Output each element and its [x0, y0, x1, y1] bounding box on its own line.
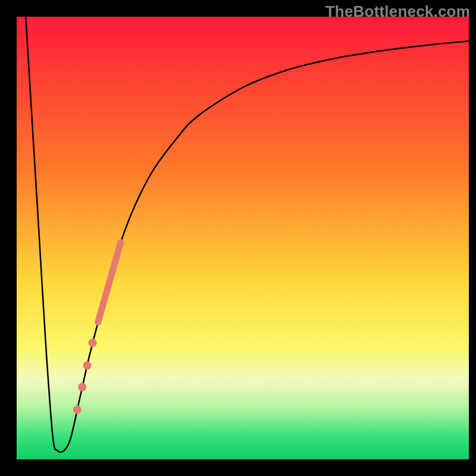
chart-container: TheBottleneck.com — [0, 0, 476, 476]
watermark-text: TheBottleneck.com — [325, 2, 470, 21]
highlight-dot — [89, 339, 97, 347]
highlight-dot — [83, 361, 92, 369]
highlight-dot — [78, 383, 86, 392]
highlight-dot — [73, 406, 82, 414]
bottleneck-chart — [0, 0, 476, 476]
plot-background — [17, 17, 469, 459]
